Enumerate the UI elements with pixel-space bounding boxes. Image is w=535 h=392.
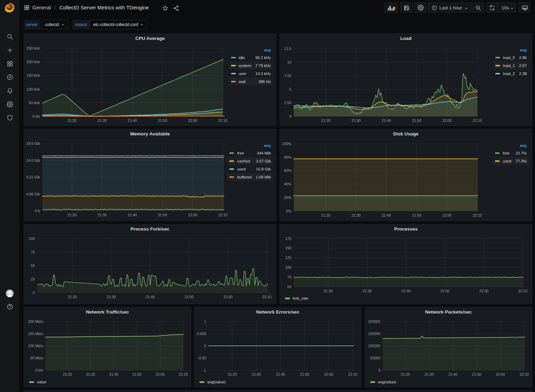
svg-text:21:40: 21:40 <box>382 213 391 217</box>
svg-text:21:50: 21:50 <box>132 372 141 376</box>
svg-text:0%: 0% <box>286 209 291 213</box>
svg-text:21:20: 21:20 <box>228 372 237 376</box>
svg-text:175: 175 <box>285 236 291 241</box>
svg-text:100%: 100% <box>282 142 291 146</box>
svg-text:0 b/s: 0 b/s <box>35 368 43 372</box>
svg-text:100: 100 <box>29 236 35 241</box>
svg-text:22:00: 22:00 <box>443 118 452 123</box>
svg-text:22:00: 22:00 <box>188 213 197 217</box>
svg-text:21:50: 21:50 <box>412 118 421 123</box>
svg-text:150000: 150000 <box>368 332 380 336</box>
svg-text:21:30: 21:30 <box>98 213 107 217</box>
svg-text:1: 1 <box>204 319 206 324</box>
svg-text:100000: 100000 <box>368 344 380 348</box>
svg-text:125: 125 <box>285 256 291 260</box>
svg-text:100: 100 <box>285 265 291 269</box>
svg-text:9.31 Gib: 9.31 Gib <box>26 175 40 179</box>
svg-text:22:00: 22:00 <box>496 372 505 376</box>
svg-text:21:20: 21:20 <box>401 372 410 376</box>
svg-text:21:50: 21:50 <box>472 372 481 376</box>
svg-text:21:30: 21:30 <box>351 118 360 123</box>
svg-text:21:20: 21:20 <box>67 118 76 123</box>
svg-text:50 kHz: 50 kHz <box>29 101 40 105</box>
svg-text:0 Hz: 0 Hz <box>32 114 40 118</box>
svg-text:21:30: 21:30 <box>351 213 360 217</box>
svg-text:22:10: 22:10 <box>179 372 188 376</box>
svg-text:21:40: 21:40 <box>128 118 137 123</box>
svg-text:80%: 80% <box>284 155 291 159</box>
svg-text:21:30: 21:30 <box>424 372 433 376</box>
svg-text:100 Mb/s: 100 Mb/s <box>28 344 43 348</box>
svg-text:21:20: 21:20 <box>321 118 330 123</box>
svg-text:0: 0 <box>204 344 206 348</box>
svg-text:50: 50 <box>287 285 291 289</box>
svg-text:21:40: 21:40 <box>109 372 118 376</box>
svg-text:21:40: 21:40 <box>402 289 411 293</box>
svg-text:0.500: 0.500 <box>197 332 206 336</box>
svg-text:22:10: 22:10 <box>473 213 482 217</box>
svg-text:22:10: 22:10 <box>518 289 527 293</box>
svg-text:22:00: 22:00 <box>155 372 164 376</box>
svg-text:150 kHz: 150 kHz <box>26 73 40 77</box>
svg-text:21:30: 21:30 <box>252 372 261 376</box>
svg-text:2.50: 2.50 <box>284 101 292 105</box>
svg-text:0: 0 <box>378 368 380 372</box>
svg-text:25: 25 <box>31 277 35 281</box>
svg-text:22:10: 22:10 <box>348 372 357 376</box>
svg-text:100 kHz: 100 kHz <box>26 87 40 91</box>
svg-text:250 kHz: 250 kHz <box>26 46 40 50</box>
svg-text:18.6 Gib: 18.6 Gib <box>26 141 40 145</box>
svg-text:22:00: 22:00 <box>224 295 233 299</box>
svg-text:22:10: 22:10 <box>473 118 482 123</box>
svg-text:22:10: 22:10 <box>520 372 529 376</box>
svg-text:21:40: 21:40 <box>382 118 391 123</box>
svg-text:21:20: 21:20 <box>68 295 77 299</box>
svg-text:21:50: 21:50 <box>412 213 421 217</box>
svg-text:21:20: 21:20 <box>321 213 330 217</box>
svg-text:150: 150 <box>285 246 291 250</box>
svg-text:21:50: 21:50 <box>185 295 194 299</box>
svg-text:4.66 Gib: 4.66 Gib <box>26 192 40 196</box>
svg-text:21:40: 21:40 <box>146 295 155 299</box>
svg-text:20%: 20% <box>284 195 291 200</box>
svg-text:10: 10 <box>287 60 291 64</box>
svg-text:75: 75 <box>31 250 35 254</box>
svg-text:-1: -1 <box>203 368 206 372</box>
svg-text:-0.50: -0.50 <box>198 356 206 360</box>
svg-text:50000: 50000 <box>370 356 380 360</box>
svg-text:21:30: 21:30 <box>98 118 107 123</box>
svg-text:22:00: 22:00 <box>324 372 333 376</box>
svg-text:21:20: 21:20 <box>67 213 76 217</box>
svg-text:21:20: 21:20 <box>324 289 333 293</box>
svg-text:21:40: 21:40 <box>448 372 457 376</box>
svg-text:21:30: 21:30 <box>107 295 116 299</box>
svg-text:22:00: 22:00 <box>188 118 197 123</box>
svg-text:21:20: 21:20 <box>63 372 72 376</box>
svg-text:75: 75 <box>287 275 291 279</box>
svg-text:21:50: 21:50 <box>300 372 309 376</box>
svg-text:200 Mb/s: 200 Mb/s <box>28 319 43 324</box>
svg-text:21:30: 21:30 <box>86 372 95 376</box>
svg-text:22:10: 22:10 <box>218 118 227 123</box>
svg-text:50: 50 <box>31 264 35 268</box>
svg-text:200 kHz: 200 kHz <box>26 60 40 64</box>
svg-text:0 b: 0 b <box>35 209 40 213</box>
svg-text:40%: 40% <box>284 182 291 186</box>
svg-text:150 Mb/s: 150 Mb/s <box>28 332 43 336</box>
svg-text:22:00: 22:00 <box>443 213 452 217</box>
svg-text:21:40: 21:40 <box>276 372 285 376</box>
svg-text:21:50: 21:50 <box>440 289 449 293</box>
svg-text:14.0 Gib: 14.0 Gib <box>26 158 40 162</box>
svg-text:0: 0 <box>289 114 291 118</box>
svg-text:22:10: 22:10 <box>262 295 271 299</box>
svg-text:21:50: 21:50 <box>158 213 167 217</box>
svg-text:21:50: 21:50 <box>158 118 167 123</box>
svg-text:60%: 60% <box>284 168 291 173</box>
svg-text:50 Mb/s: 50 Mb/s <box>30 356 43 360</box>
svg-text:12.5: 12.5 <box>284 47 292 51</box>
svg-text:22:10: 22:10 <box>218 213 227 217</box>
svg-text:0: 0 <box>33 291 35 295</box>
svg-text:7.50: 7.50 <box>284 74 292 78</box>
svg-text:21:40: 21:40 <box>128 213 137 217</box>
svg-text:5: 5 <box>289 87 291 91</box>
